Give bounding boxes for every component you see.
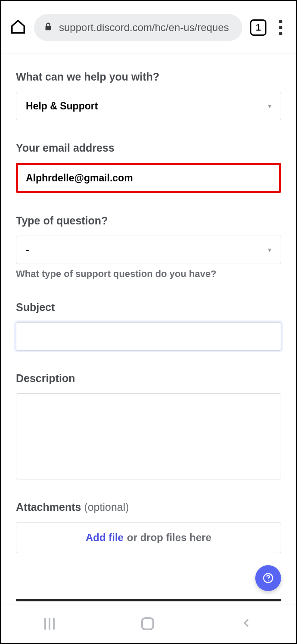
email-label: Your email address	[16, 142, 281, 154]
nav-home-icon[interactable]	[141, 617, 154, 630]
app-frame: support.discord.com/hc/en-us/reques 1 Wh…	[0, 0, 297, 644]
question-type-select[interactable]: - ▾	[16, 236, 281, 264]
svg-point-2	[268, 580, 269, 581]
attachments-dropzone[interactable]: Add file or drop files here	[16, 522, 281, 553]
help-with-select[interactable]: Help & Support ▾	[16, 92, 281, 120]
caret-down-icon: ▾	[268, 103, 271, 109]
subject-label: Subject	[16, 301, 281, 314]
more-menu-icon[interactable]	[274, 20, 287, 35]
url-text: support.discord.com/hc/en-us/reques	[59, 22, 229, 34]
question-type-hint: What type of support question do you hav…	[16, 268, 281, 280]
subject-input[interactable]	[16, 322, 281, 351]
nav-back-icon[interactable]	[241, 617, 253, 631]
caret-down-icon: ▾	[268, 246, 271, 253]
add-file-link[interactable]: Add file	[86, 532, 124, 544]
field-help-with: What can we help you with? Help & Suppor…	[16, 71, 281, 120]
field-description: Description	[16, 372, 281, 479]
attachments-optional: (optional)	[84, 501, 129, 513]
browser-bar: support.discord.com/hc/en-us/reques 1	[1, 1, 296, 53]
email-input[interactable]: Alphrdelle@gmail.com	[16, 163, 281, 193]
help-fab-button[interactable]	[255, 565, 281, 591]
field-email: Your email address Alphrdelle@gmail.com	[16, 142, 281, 193]
tab-count-button[interactable]: 1	[250, 19, 266, 36]
field-attachments: Attachments (optional) Add file or drop …	[16, 501, 281, 553]
android-nav-bar	[1, 604, 296, 643]
drop-text: or drop files here	[127, 532, 211, 544]
field-question-type: Type of question? - ▾ What type of suppo…	[16, 215, 281, 280]
form-content: What can we help you with? Help & Suppor…	[1, 53, 296, 643]
attachments-label: Attachments (optional)	[16, 501, 281, 513]
email-value: Alphrdelle@gmail.com	[26, 172, 133, 184]
svg-rect-0	[46, 26, 51, 30]
lock-icon	[43, 22, 53, 33]
question-type-label: Type of question?	[16, 215, 281, 227]
question-type-value: -	[26, 244, 29, 256]
url-bar[interactable]: support.discord.com/hc/en-us/reques	[34, 14, 242, 41]
home-icon[interactable]	[10, 19, 26, 37]
help-with-label: What can we help you with?	[16, 71, 281, 83]
help-icon	[262, 572, 274, 584]
help-with-value: Help & Support	[26, 100, 98, 112]
nav-recent-icon[interactable]	[44, 618, 55, 630]
content-bottom-bar	[16, 599, 281, 601]
attachments-label-text: Attachments	[16, 501, 81, 513]
field-subject: Subject	[16, 301, 281, 351]
description-textarea[interactable]	[16, 393, 281, 479]
description-label: Description	[16, 372, 281, 385]
tab-count-value: 1	[256, 22, 261, 33]
